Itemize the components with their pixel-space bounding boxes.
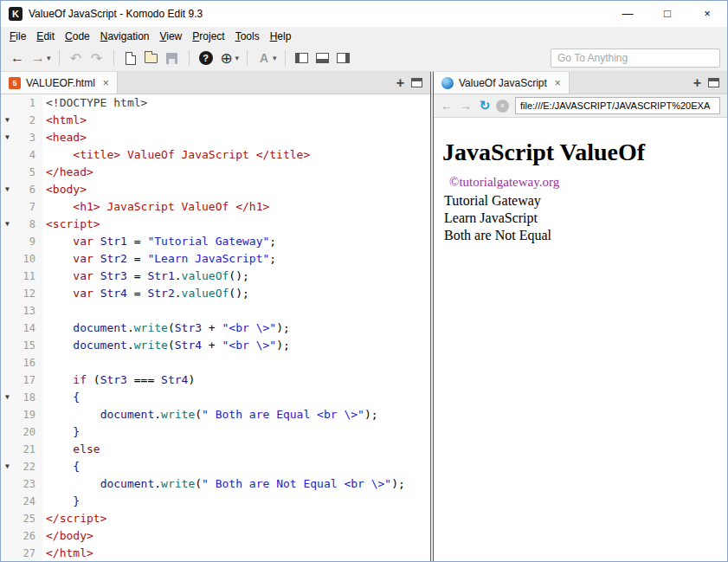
tab-valueof-html[interactable]: 5 VALUEOF.html × bbox=[1, 72, 118, 94]
output-line: Tutorial Gateway bbox=[444, 192, 718, 210]
new-file-icon bbox=[126, 52, 136, 65]
url-bar[interactable]: file:///E:/JAVASCRIPT/JAVASCRIPT%20EXA bbox=[515, 97, 720, 114]
code-line-26[interactable]: 26</body> bbox=[1, 527, 430, 545]
browser-reload-icon[interactable]: ↻ bbox=[477, 97, 493, 114]
code-line-5[interactable]: 5</head> bbox=[1, 164, 430, 181]
code-line-2[interactable]: ▼2<html> bbox=[1, 112, 430, 129]
code-line-9[interactable]: 9 var Str1 = "Tutorial Gateway"; bbox=[1, 233, 430, 250]
code-line-24[interactable]: 24 } bbox=[1, 493, 430, 510]
preview-dropdown-icon[interactable]: ▾ bbox=[235, 54, 240, 62]
line-number: 16 bbox=[14, 354, 42, 371]
code-line-3[interactable]: ▼3<head> bbox=[1, 129, 430, 146]
right-pane-icon bbox=[337, 53, 350, 63]
menu-item-tools[interactable]: Tools bbox=[230, 29, 265, 44]
line-number: 17 bbox=[14, 371, 42, 389]
code-line-8[interactable]: ▼8<script> bbox=[1, 216, 430, 233]
browser-back-icon[interactable]: ← bbox=[439, 97, 454, 114]
toggle-bottom-pane-button[interactable] bbox=[313, 48, 332, 68]
fold-spacer bbox=[1, 233, 14, 250]
menu-item-navigation[interactable]: Navigation bbox=[95, 29, 155, 44]
fold-arrow-icon[interactable]: ▼ bbox=[1, 458, 14, 475]
browser-forward-icon[interactable]: → bbox=[458, 97, 474, 114]
watermark-text: ©tutorialgateway.org bbox=[449, 175, 718, 190]
close-button[interactable]: × bbox=[687, 1, 727, 27]
gutter: 4 bbox=[1, 146, 42, 164]
code-text: var Str4 = Str2.valueOf(); bbox=[42, 285, 249, 302]
font-dropdown-icon[interactable]: ▾ bbox=[273, 54, 277, 62]
line-number: 10 bbox=[14, 250, 42, 268]
code-line-17[interactable]: 17 if (Str3 === Str4) bbox=[1, 371, 430, 389]
code-line-20[interactable]: 20 } bbox=[1, 423, 430, 441]
menu-item-view[interactable]: View bbox=[154, 29, 187, 44]
save-button[interactable] bbox=[163, 48, 182, 68]
menu-item-file[interactable]: File bbox=[4, 29, 31, 44]
menu-item-code[interactable]: Code bbox=[60, 29, 95, 44]
code-line-11[interactable]: 11 var Str3 = Str1.valueOf(); bbox=[1, 268, 430, 285]
fold-arrow-icon[interactable]: ▼ bbox=[1, 112, 14, 129]
code-line-27[interactable]: 27</html> bbox=[1, 545, 430, 561]
new-tab-button[interactable]: + bbox=[693, 76, 701, 90]
history-dropdown-icon[interactable]: ▾ bbox=[47, 54, 51, 62]
pane-widget-icon[interactable] bbox=[708, 78, 719, 87]
close-tab-icon[interactable]: × bbox=[103, 77, 109, 89]
line-number: 27 bbox=[14, 545, 42, 561]
fold-spacer bbox=[1, 302, 14, 320]
code-line-6[interactable]: ▼6<body> bbox=[1, 181, 430, 198]
line-number: 22 bbox=[14, 458, 42, 475]
menu-item-edit[interactable]: Edit bbox=[31, 29, 60, 44]
code-line-16[interactable]: 16 bbox=[1, 354, 430, 371]
line-number: 9 bbox=[14, 233, 42, 250]
code-line-14[interactable]: 14 document.write(Str3 + "<br \>"); bbox=[1, 320, 430, 337]
go-to-anything-input[interactable] bbox=[551, 48, 720, 68]
close-tab-icon[interactable]: × bbox=[555, 77, 561, 89]
code-line-25[interactable]: 25</script> bbox=[1, 510, 430, 527]
code-line-18[interactable]: ▼18 { bbox=[1, 389, 430, 406]
new-file-button[interactable] bbox=[121, 48, 140, 68]
code-line-7[interactable]: 7 <h1> JavaScript ValueOf </h1> bbox=[1, 198, 430, 216]
font-tool-button[interactable]: A bbox=[254, 48, 274, 68]
fold-arrow-icon[interactable]: ▼ bbox=[1, 181, 14, 198]
minimize-button[interactable]: — bbox=[608, 1, 647, 27]
browser-preview-button[interactable]: ⊕ bbox=[217, 48, 236, 68]
browser-stop-icon: × bbox=[496, 100, 509, 113]
code-line-1[interactable]: 1<!DOCTYPE html> bbox=[1, 94, 430, 112]
undo-button[interactable]: ↶ bbox=[67, 48, 86, 68]
line-number: 3 bbox=[14, 129, 42, 146]
menu-item-help[interactable]: Help bbox=[265, 29, 297, 44]
gutter: ▼8 bbox=[1, 216, 42, 233]
code-line-13[interactable]: 13 bbox=[1, 302, 430, 320]
code-line-21[interactable]: 21 else bbox=[1, 441, 430, 458]
open-file-button[interactable] bbox=[142, 48, 161, 68]
code-line-4[interactable]: 4 <title> ValueOf JavaScript </title> bbox=[1, 146, 430, 164]
code-text: } bbox=[42, 423, 80, 441]
menu-item-project[interactable]: Project bbox=[187, 29, 229, 44]
code-line-19[interactable]: 19 document.write(" Both are Equal <br \… bbox=[1, 406, 430, 423]
code-text bbox=[42, 354, 46, 371]
fold-arrow-icon[interactable]: ▼ bbox=[1, 129, 14, 146]
code-line-12[interactable]: 12 var Str4 = Str2.valueOf(); bbox=[1, 285, 430, 302]
line-number: 21 bbox=[14, 441, 42, 458]
toggle-left-pane-button[interactable] bbox=[293, 48, 312, 68]
fold-arrow-icon[interactable]: ▼ bbox=[1, 216, 14, 233]
new-tab-button[interactable]: + bbox=[396, 76, 404, 90]
redo-button[interactable]: ↷ bbox=[87, 48, 106, 68]
fold-spacer bbox=[1, 510, 14, 527]
gutter: 14 bbox=[1, 320, 42, 337]
back-button[interactable]: ← bbox=[8, 48, 27, 68]
toggle-right-pane-button[interactable] bbox=[334, 48, 353, 68]
maximize-button[interactable]: □ bbox=[647, 1, 687, 27]
fold-arrow-icon[interactable]: ▼ bbox=[1, 389, 14, 406]
left-pane-icon bbox=[295, 53, 308, 63]
code-line-22[interactable]: ▼22 { bbox=[1, 458, 430, 475]
editor-pane: 5 VALUEOF.html × + 1<!DOCTYPE html>▼2<ht… bbox=[1, 72, 431, 561]
forward-button[interactable]: → bbox=[29, 48, 48, 68]
code-line-10[interactable]: 10 var Str2 = "Learn JavaScript"; bbox=[1, 250, 430, 268]
gutter: 12 bbox=[1, 285, 42, 302]
code-line-15[interactable]: 15 document.write(Str4 + "<br \>"); bbox=[1, 337, 430, 354]
pane-widget-icon[interactable] bbox=[411, 78, 422, 87]
code-line-23[interactable]: 23 document.write(" Both are Not Equal <… bbox=[1, 475, 430, 493]
code-editor[interactable]: 1<!DOCTYPE html>▼2<html>▼3<head>4 <title… bbox=[1, 94, 430, 561]
code-text: } bbox=[42, 493, 80, 510]
help-button[interactable]: ? bbox=[196, 48, 216, 68]
tab-preview[interactable]: ValueOf JavaScript × bbox=[434, 72, 570, 94]
